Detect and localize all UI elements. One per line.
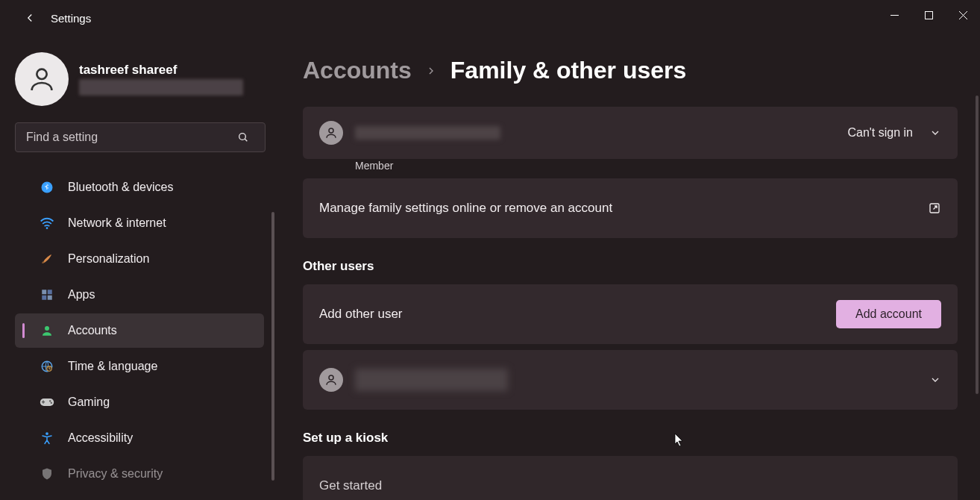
member-role: Member xyxy=(355,160,393,172)
other-user-row[interactable] xyxy=(303,350,958,410)
manage-family-label: Manage family settings online or remove … xyxy=(319,201,612,216)
breadcrumb-parent[interactable]: Accounts xyxy=(303,57,412,84)
back-button[interactable] xyxy=(15,3,45,33)
kiosk-get-started-row[interactable]: Get started xyxy=(303,456,958,500)
sidebar-item-label: Bluetooth & devices xyxy=(68,181,173,194)
search-input[interactable] xyxy=(15,122,266,152)
profile-email-redacted xyxy=(79,79,243,96)
svg-point-1 xyxy=(37,69,46,79)
breadcrumb: Accounts Family & other users xyxy=(303,57,958,84)
avatar xyxy=(15,52,69,106)
open-external-icon xyxy=(928,201,941,215)
other-user-avatar xyxy=(319,368,343,392)
brush-icon xyxy=(40,251,54,266)
section-other-users-title: Other users xyxy=(303,259,958,274)
main-content: Accounts Family & other users Can't sign… xyxy=(276,36,980,500)
add-account-button[interactable]: Add account xyxy=(836,300,941,328)
search-box[interactable] xyxy=(15,122,264,152)
member-avatar xyxy=(319,121,343,145)
sidebar-item-gaming[interactable]: Gaming xyxy=(15,385,264,419)
svg-point-2 xyxy=(239,134,246,140)
profile-name: tashreef shareef xyxy=(79,63,243,78)
svg-rect-6 xyxy=(48,290,52,294)
manage-family-row[interactable]: Manage family settings online or remove … xyxy=(303,178,958,238)
svg-rect-7 xyxy=(42,296,46,300)
sidebar-item-label: Apps xyxy=(68,288,95,301)
member-status: Can't sign in xyxy=(847,126,913,140)
sidebar-item-label: Time & language xyxy=(68,360,157,373)
svg-rect-8 xyxy=(48,296,52,300)
sidebar-item-label: Gaming xyxy=(68,396,110,409)
sidebar-item-apps[interactable]: Apps xyxy=(15,278,264,312)
app-title: Settings xyxy=(51,12,91,25)
apps-icon xyxy=(40,287,54,302)
window-controls xyxy=(877,0,980,30)
sidebar-item-network[interactable]: Network & internet xyxy=(15,206,264,240)
gaming-icon xyxy=(40,395,54,410)
chevron-right-icon xyxy=(425,65,437,77)
main-scrollbar[interactable] xyxy=(976,96,979,394)
titlebar: Settings xyxy=(0,0,980,36)
minimize-icon xyxy=(891,11,899,19)
svg-point-16 xyxy=(45,432,48,435)
svg-point-15 xyxy=(51,402,52,404)
sidebar-item-label: Accessibility xyxy=(68,431,133,445)
profile-block[interactable]: tashreef shareef xyxy=(15,52,264,106)
bluetooth-icon xyxy=(40,180,54,195)
svg-point-9 xyxy=(45,326,49,331)
person-icon xyxy=(324,126,338,140)
sidebar-item-label: Personalization xyxy=(68,252,149,266)
arrow-left-icon xyxy=(23,11,37,25)
svg-rect-5 xyxy=(42,290,46,294)
sidebar-scrollbar[interactable] xyxy=(271,212,274,481)
sidebar-item-label: Privacy & security xyxy=(68,467,163,481)
close-button[interactable] xyxy=(946,0,980,30)
globe-icon xyxy=(40,359,54,374)
chevron-down-icon xyxy=(929,127,941,139)
close-icon xyxy=(959,11,967,19)
svg-point-14 xyxy=(49,400,51,401)
sidebar: tashreef shareef Bluetooth & devices xyxy=(0,36,276,500)
svg-rect-0 xyxy=(925,11,932,19)
wifi-icon xyxy=(40,216,54,231)
breadcrumb-current: Family & other users xyxy=(450,57,687,84)
other-user-name-redacted xyxy=(355,369,508,391)
person-icon xyxy=(40,323,54,338)
member-name-redacted xyxy=(355,126,500,140)
accessibility-icon xyxy=(40,431,54,446)
sidebar-item-privacy[interactable]: Privacy & security xyxy=(15,457,264,491)
svg-point-4 xyxy=(46,227,48,229)
svg-point-19 xyxy=(329,375,333,380)
section-kiosk-title: Set up a kiosk xyxy=(303,431,958,446)
shield-icon xyxy=(40,466,54,481)
sidebar-item-label: Accounts xyxy=(68,324,117,337)
chevron-down-icon xyxy=(929,374,941,386)
sidebar-item-label: Network & internet xyxy=(68,216,166,230)
person-icon xyxy=(324,373,338,387)
svg-point-17 xyxy=(329,128,333,133)
sidebar-item-time[interactable]: Time & language xyxy=(15,349,264,384)
sidebar-item-personalization[interactable]: Personalization xyxy=(15,242,264,276)
family-member-row[interactable]: Can't sign in xyxy=(303,107,958,159)
sidebar-item-bluetooth[interactable]: Bluetooth & devices xyxy=(15,170,264,204)
minimize-button[interactable] xyxy=(877,0,911,30)
add-other-user-row: Add other user Add account xyxy=(303,284,958,344)
sidebar-item-accessibility[interactable]: Accessibility xyxy=(15,421,264,455)
nav: Bluetooth & devices Network & internet P… xyxy=(15,170,264,491)
add-other-user-label: Add other user xyxy=(319,305,403,323)
person-icon xyxy=(27,64,57,94)
search-icon xyxy=(237,131,249,143)
maximize-button[interactable] xyxy=(911,0,946,30)
sidebar-item-accounts[interactable]: Accounts xyxy=(15,313,264,348)
maximize-icon xyxy=(925,11,933,19)
kiosk-get-started-label: Get started xyxy=(319,477,382,495)
